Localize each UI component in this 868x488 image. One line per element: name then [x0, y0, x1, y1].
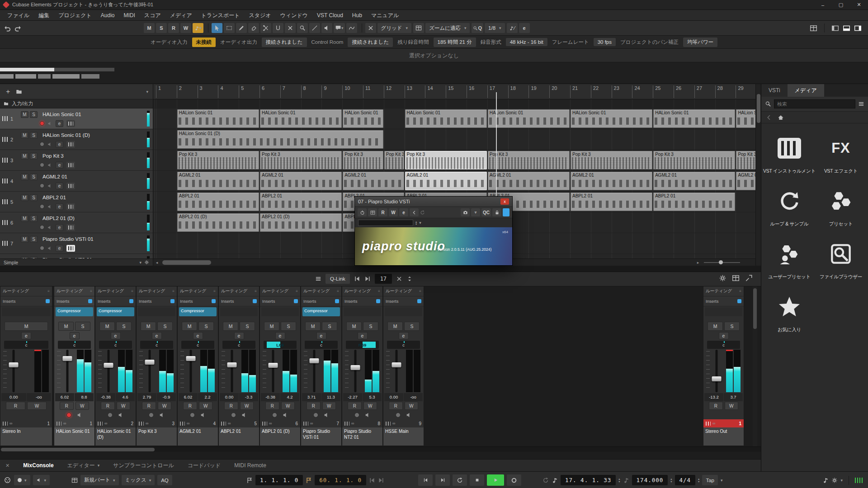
auto-quantize-button[interactable]: AQ: [157, 475, 172, 485]
track-row[interactable]: 4MSAGML2 01e: [0, 171, 153, 192]
midi-part[interactable]: HALion Sonic 01: [488, 109, 570, 128]
midi-part[interactable]: AGML2 01: [177, 172, 259, 190]
time-signature-display[interactable]: 4/4: [675, 475, 696, 485]
fader-value[interactable]: 3.71: [302, 393, 321, 401]
results-list-icon[interactable]: [858, 101, 864, 107]
maximize-button[interactable]: ▢: [832, 0, 850, 10]
write-automation-button[interactable]: W: [725, 402, 739, 410]
track-monitor-icon[interactable]: [47, 183, 52, 188]
mixer-channel[interactable]: ルーティング≡InsertsMSeR69-2.275.3RW∞8Piapro S…: [342, 286, 383, 446]
open-instrument-icon[interactable]: [66, 245, 75, 252]
vertical-scrollbar[interactable]: [755, 84, 761, 266]
lower-zone-tab-エディター[interactable]: エディター▾: [67, 462, 100, 469]
track-edit-button[interactable]: e: [56, 224, 63, 231]
insert-slot[interactable]: [261, 307, 299, 316]
peak-value[interactable]: 8.8: [75, 393, 94, 401]
edit-channel-button[interactable]: e: [193, 332, 203, 339]
media-item-presets[interactable]: プリセット: [816, 188, 866, 227]
peak-value[interactable]: -oo: [404, 393, 423, 401]
fader-value[interactable]: 0.00: [1, 393, 26, 401]
track-solo-button[interactable]: S: [30, 111, 38, 118]
media-item-loops-samples[interactable]: ループ & サンプル: [763, 188, 816, 227]
inserts-bypass-led[interactable]: [737, 299, 741, 303]
plugin-title-bar[interactable]: 07 - Piapro Studio VSTi x: [355, 197, 512, 206]
automation-r-button[interactable]: R: [168, 23, 179, 33]
record-enable-button[interactable]: [190, 413, 195, 418]
play-tool[interactable]: [321, 23, 332, 33]
clip-led[interactable]: [34, 350, 41, 351]
midi-part[interactable]: ABPL2 01: [571, 192, 652, 211]
undo-icon[interactable]: [4, 24, 11, 32]
draw-tool[interactable]: [236, 23, 247, 33]
pan-control[interactable]: c: [58, 341, 91, 349]
pan-control[interactable]: c: [140, 341, 173, 349]
channel-name[interactable]: Pop Kit 3: [137, 427, 177, 446]
mixer-channel[interactable]: ルーティング≡InsertsMec0.00-ooRW∞1Stereo In: [0, 286, 52, 446]
status-value[interactable]: 接続されました: [262, 38, 307, 47]
menu-manual[interactable]: マニュアル: [367, 10, 403, 21]
midi-part[interactable]: ABPL2 01 (D): [177, 213, 259, 232]
fader-value[interactable]: 0.00: [220, 393, 239, 401]
plugin-edit-button[interactable]: e: [399, 208, 408, 216]
insert-mode-dropdown[interactable]: 新規パート▾: [80, 475, 119, 485]
peak-value[interactable]: 4.2: [280, 393, 299, 401]
midi-part[interactable]: Pop Kit 3: [177, 151, 259, 169]
soft-quantize-button[interactable]: ⁄: [507, 23, 518, 33]
track-monitor-icon[interactable]: [47, 246, 52, 251]
track-edit-button[interactable]: e: [56, 162, 63, 169]
inserts-rack[interactable]: Inserts: [703, 296, 744, 306]
peak-value[interactable]: -3.3: [239, 393, 258, 401]
cycle-button[interactable]: [453, 474, 467, 486]
automation-w-button[interactable]: W: [180, 23, 191, 33]
track-row[interactable]: 2MSHALion Sonic 01 (D)e: [0, 129, 153, 150]
pan-control[interactable]: c: [305, 341, 338, 349]
fader-value[interactable]: 6.02: [55, 393, 74, 401]
inserts-rack[interactable]: Inserts: [383, 296, 424, 306]
read-automation-button[interactable]: R: [224, 402, 238, 410]
automation-m-button[interactable]: M: [144, 23, 155, 33]
fader-value[interactable]: -0.38: [261, 393, 280, 401]
midi-part[interactable]: Pop Kit 3: [736, 151, 755, 169]
track-mute-button[interactable]: M: [21, 174, 28, 180]
track-name[interactable]: HALion Sonic 01: [42, 112, 81, 117]
track-monitor-icon[interactable]: [47, 121, 52, 126]
qlink-button[interactable]: Q-Link: [326, 274, 350, 284]
menu-media[interactable]: メディア: [165, 10, 197, 21]
project-overview[interactable]: [0, 62, 868, 84]
right-locator-icon[interactable]: [306, 477, 312, 483]
mixer-channel[interactable]: ルーティング≡InsertsCompressorMSec6.028.8RW∞1H…: [54, 286, 95, 446]
open-instrument-icon[interactable]: [66, 183, 75, 189]
midi-part[interactable]: AGML2 01: [653, 172, 735, 190]
home-icon[interactable]: [778, 114, 784, 121]
menu-window[interactable]: ウィンドウ: [276, 10, 312, 21]
fader-value[interactable]: -13.2: [704, 393, 723, 401]
redo-icon[interactable]: [14, 24, 22, 32]
channel-name[interactable]: ABPL2 01 (D): [260, 427, 300, 446]
clip-led[interactable]: [726, 350, 733, 351]
menu-studio[interactable]: スタジオ: [245, 10, 276, 21]
peak-value[interactable]: -oo: [27, 393, 52, 401]
monitor-button[interactable]: [77, 412, 83, 418]
read-automation-button[interactable]: R: [265, 402, 279, 410]
solo-button[interactable]: S: [322, 322, 337, 331]
midi-part[interactable]: HALion Sonic 01: [343, 109, 383, 128]
track-row[interactable]: 7MSPiapro Studio VSTi 01e: [0, 233, 153, 254]
monitor-button[interactable]: [324, 412, 330, 418]
routing-rack[interactable]: ルーティング≡: [260, 286, 300, 296]
channel-fader[interactable]: [268, 350, 278, 392]
range-selection-tool[interactable]: [224, 23, 235, 33]
solo-button[interactable]: S: [116, 322, 132, 331]
routing-rack[interactable]: ルーティング≡: [0, 286, 52, 296]
mixer-channel[interactable]: ルーティング≡InsertsMSec0.00-3.3RW∞5ABPL2 01: [218, 286, 259, 446]
peak-value[interactable]: 11.3: [321, 393, 340, 401]
peak-value[interactable]: 2.2: [198, 393, 217, 401]
track-row[interactable]: 5MSABPL2 01e: [0, 192, 153, 212]
routing-rack[interactable]: ルーティング≡: [342, 286, 382, 296]
record-enable-button[interactable]: [66, 413, 71, 418]
edit-channel-button[interactable]: e: [152, 332, 162, 339]
object-selection-tool[interactable]: [212, 23, 222, 33]
status-value[interactable]: 均等パワー: [683, 38, 717, 47]
open-mixconsole-window-icon[interactable]: [732, 274, 740, 282]
midi-part[interactable]: AGML2 01: [571, 172, 652, 190]
line-tool[interactable]: [309, 23, 320, 33]
